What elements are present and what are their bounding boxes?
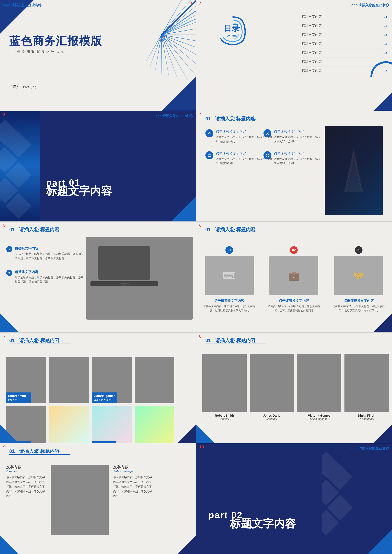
team-grid: robert smith director victoria gomes sal… xyxy=(6,357,174,443)
circle-item-2: 02 💼 点击请替换文字内容 请替换文字内容，添加相关标题，修改文字内容；也可以… xyxy=(266,246,321,313)
toc-num-6: 06 xyxy=(384,60,387,64)
star-icon-2: ★ xyxy=(6,270,12,276)
item-desc-3: 请替换文字内容，添加相关标题，修改文字内容；也可以直接复制你的内容到此 xyxy=(331,304,386,313)
toc-row-4: 标题文字内容 04 xyxy=(302,39,387,49)
diamond-panel xyxy=(0,111,40,222)
photo-item-3: Victoria Gomes Sales manager xyxy=(297,354,341,421)
svg-point-12 xyxy=(119,283,129,285)
corner-br xyxy=(373,425,392,443)
person-name-2: Jones Darlo xyxy=(250,414,294,417)
content-item-3: 点击请替换文字内容 请替换文字内容，添加相关标题，修改文字内容，也可以 xyxy=(264,129,322,144)
title-num: 01 xyxy=(205,227,211,232)
content-area: 文字内容 Director 请替换文字内容，添加相关文字内容请替换文字内容，添加… xyxy=(6,465,153,535)
person-role-3: Sales manager xyxy=(297,417,341,421)
title-underline xyxy=(205,122,266,122)
team-name-1: robert smith xyxy=(8,394,29,398)
photo-item-4: Dinka Filiph PR manager xyxy=(344,354,389,421)
page-number: 1 xyxy=(190,1,193,6)
corner-br xyxy=(178,535,196,554)
toc-row-3: 标题文字内容 03 xyxy=(302,30,387,39)
page-number: 9 xyxy=(3,445,6,449)
text-content-1: 请替换文字内容 添加相关标题，添加相关标题，添加相关标题，添加相关关标题，添加相… xyxy=(15,246,86,260)
corner-br xyxy=(373,314,392,332)
slide-3: 3 logo 请插入您的企业名称 part 01 标题文字内容 xyxy=(0,111,196,222)
content-label: content xyxy=(224,34,240,37)
svg-rect-9 xyxy=(268,155,269,157)
toc-label-2: 标题文字内容 xyxy=(302,23,322,28)
slide-8: 8 01 请插入您 标题内容 Robert Smith Director Jon… xyxy=(196,332,392,443)
part-title: 标题文字内容 xyxy=(46,184,112,198)
text-block-right: 文字内容 Sales manager 请替换文字内容，添加相关文字内容请替换文字… xyxy=(113,465,153,498)
circle-items: 01 ⌨ 点击请替换文字内容 请替换文字内容，添加相关标题，修改文字内容；也可以… xyxy=(199,246,389,313)
title-text: 请插入您 标题内容 xyxy=(19,449,60,454)
toc-label-4: 标题文字内容 xyxy=(302,42,322,46)
slide-4: 4 01 请插入您 标题内容 点击请替换文字内容 请替换文字内容，添加相关标题，… xyxy=(196,111,392,222)
logo-text: logo 请插入您的企业名称 xyxy=(350,3,389,7)
team-item-3: victoria gomes sales manager xyxy=(92,357,132,403)
item-desc-2: 添加刷新关标题，添加相关标题，添加相关关标题，添加相关标题，添加相关关标题 xyxy=(15,275,86,284)
text-content-2: 请替换文字内容 添加刷新关标题，添加相关标题，添加相关关标题，添加相关标题，添加… xyxy=(15,270,86,284)
title-text: 请插入您 标题内容 xyxy=(215,338,256,343)
item-desc-4: 请替换文字内容，添加相关标签，修改文字内容，也可以 xyxy=(274,157,322,166)
toc-row-2: 标题文字内容 02 xyxy=(302,21,387,30)
logo-text: logo 请插入您的企业名称 xyxy=(3,3,42,7)
corner-bl xyxy=(0,535,19,554)
toc-row-5: 标题文字内容 05 xyxy=(302,49,387,57)
item-icon-2 xyxy=(205,151,213,159)
slide-title: 01 请插入您 标题内容 xyxy=(9,337,63,344)
team-item-6 xyxy=(49,406,89,443)
page-number: 5 xyxy=(3,223,6,228)
title-num: 01 xyxy=(9,449,15,454)
text-block-left: 文字内容 Director 请替换文字内容，添加相关文字内容请替换文字内容，添加… xyxy=(6,465,46,498)
circle-num-2: 02 xyxy=(290,246,298,254)
toc-num-1: 01 xyxy=(384,15,387,19)
photos-row: Robert Smith Director Jones Darlo Manage… xyxy=(202,354,389,421)
photo-box-4 xyxy=(344,354,389,412)
side-diamonds xyxy=(322,443,352,554)
text-item-2: ★ 请替换文字内容 添加刷新关标题，添加相关标题，添加相关关标题，添加相关标题，… xyxy=(6,270,86,284)
slide-title: 01 请插入您 标题内容 xyxy=(9,448,63,455)
item-desc-3: 请替换文字内容，添加相关标题，修改文字内容，也可以 xyxy=(274,135,322,144)
person-role-2: Manager xyxy=(250,417,294,421)
person-role-1: Director xyxy=(202,417,247,421)
text-item-1: ★ 请替换文字内容 添加相关标题，添加相关标题，添加相关标题，添加相关关标题，添… xyxy=(6,246,86,260)
corridor-image xyxy=(325,126,383,215)
corner-br xyxy=(367,529,392,554)
circle-photo-2: 💼 xyxy=(269,256,318,295)
toc-row-1: 标题文字内容 01 xyxy=(302,12,387,21)
mulu-title: 目录 xyxy=(224,23,240,34)
corner-br xyxy=(373,92,392,111)
slide-title: 01 请插入您 标题内容 xyxy=(9,226,63,233)
item-title-3: 点击请替换文字内容 xyxy=(331,298,386,303)
team-role-3: sales manager xyxy=(94,398,115,402)
title-text: 请插入您 标题内容 xyxy=(215,116,256,121)
team-label-3: victoria gomes sales manager xyxy=(92,393,117,403)
title-num: 01 xyxy=(9,338,15,343)
toc-num-5: 05 xyxy=(384,51,387,55)
page-number: 6 xyxy=(199,223,202,228)
toc-num-3: 03 xyxy=(384,33,387,37)
item-icon-3 xyxy=(264,129,271,137)
team-photo-8 xyxy=(135,406,174,443)
toc-label-7: 标题文字内容 xyxy=(302,69,322,73)
swirl-decoration: 目录 content xyxy=(215,14,251,51)
item-title-4: 点击请替换文字内容 xyxy=(274,151,322,156)
photo-box-3 xyxy=(297,354,341,412)
item-desc-1: 请替换文字内容，添加相关标题，修改文字内容；也可以直接复制你的内容到此 xyxy=(202,304,257,313)
slide-1: logo 请插入您的企业名称 1 蓝色商务汇报模版 — 抽象图案背景商务演示 —… xyxy=(0,0,196,111)
middle-photo xyxy=(51,465,109,535)
team-role-1: director xyxy=(8,398,29,402)
corner-accent xyxy=(171,197,196,221)
svg-rect-6 xyxy=(266,154,267,155)
text-role-left: Director xyxy=(6,470,46,473)
toc-label-5: 标题文字内容 xyxy=(302,51,322,55)
team-item-4 xyxy=(135,357,174,403)
photo-item-1: Robert Smith Director xyxy=(202,354,247,421)
text-role-right: Sales manager xyxy=(113,470,153,473)
title-underline xyxy=(205,233,266,233)
title-underline xyxy=(9,454,70,455)
content-items-right: 点击请替换文字内容 请替换文字内容，添加相关标题，修改文字内容，也可以 点击请替… xyxy=(264,129,322,173)
page-number: 10 xyxy=(199,445,204,449)
item-icon-4 xyxy=(264,151,271,159)
title-num: 01 xyxy=(9,227,15,232)
